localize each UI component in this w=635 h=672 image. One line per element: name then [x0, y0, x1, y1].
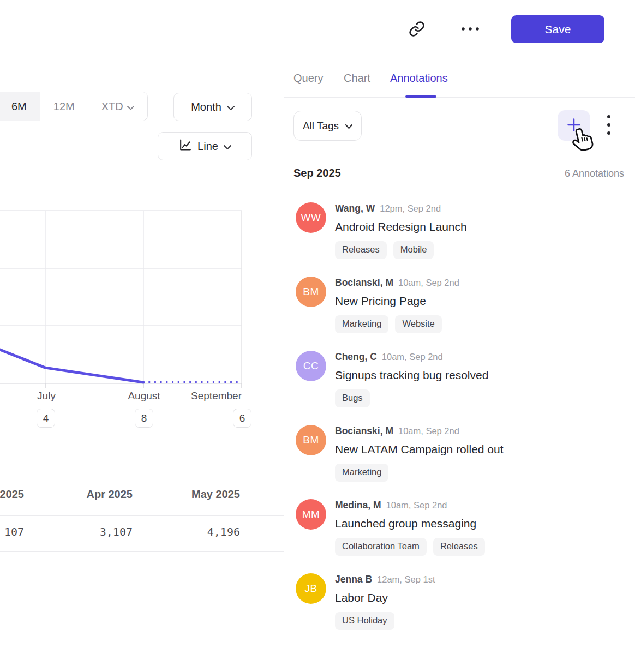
annotation-count-badge[interactable]: 6	[233, 409, 251, 428]
avatar-initials: MM	[302, 508, 320, 520]
tab-query[interactable]: Query	[293, 58, 323, 98]
annotation-content: Wang, W 12pm, Sep 2nd Android Redesign L…	[335, 202, 467, 259]
table-column-header: Apr 2025	[21, 488, 133, 515]
section-month-label: Sep 2025	[293, 167, 341, 179]
x-axis-label: September	[190, 390, 242, 402]
annotation-content: Jenna B 12am, Sep 1st Labor Day US Holid…	[335, 573, 435, 630]
annotation-meta: Bocianski, M 10am, Sep 2nd	[335, 277, 459, 290]
annotation-author: Jenna B	[335, 574, 372, 585]
tag-pill[interactable]: Collaboration Team	[335, 538, 427, 556]
annotation-content: Medina, M 10am, Sep 2nd Launched group m…	[335, 499, 485, 556]
annotation-tags: Collaboration TeamReleases	[335, 538, 485, 556]
annotation-meta: Medina, M 10am, Sep 2nd	[335, 500, 485, 513]
annotation-title: Android Redesign Launch	[335, 217, 467, 236]
avatar: JB	[296, 573, 326, 604]
chevron-down-icon	[127, 100, 134, 113]
annotation-item[interactable]: CC Cheng, C 10am, Sep 2nd Signups tracki…	[296, 351, 628, 407]
tag-filter-dropdown[interactable]: All Tags	[293, 111, 362, 141]
tag-pill[interactable]: US Holiday	[335, 612, 394, 630]
avatar-initials: BM	[303, 286, 319, 298]
share-link-button[interactable]	[406, 20, 428, 39]
x-axis-label: July	[23, 390, 70, 402]
annotation-author: Medina, M	[335, 500, 381, 511]
section-count-label: 6 Annotations	[565, 168, 624, 179]
panel-tabs: Query Chart Annotations	[284, 58, 635, 98]
avatar-initials: WW	[301, 212, 321, 224]
annotation-meta: Cheng, C 10am, Sep 2nd	[335, 351, 488, 364]
annotation-tags: Marketing	[335, 464, 504, 482]
tag-pill[interactable]: Marketing	[335, 464, 388, 482]
tab-annotations[interactable]: Annotations	[390, 58, 448, 98]
tag-pill[interactable]: Bugs	[335, 389, 370, 407]
annotation-timestamp: 10am, Sep 2nd	[382, 352, 443, 362]
annotation-meta: Jenna B 12am, Sep 1st	[335, 574, 435, 587]
annotation-item[interactable]: BM Bocianski, M 10am, Sep 2nd New LATAM …	[296, 425, 628, 482]
ellipsis-icon	[459, 26, 481, 34]
annotation-timestamp: 12am, Sep 1st	[377, 574, 435, 585]
chart-type-dropdown[interactable]: Line	[158, 132, 252, 160]
x-axis-label: August	[121, 390, 167, 402]
kebab-icon	[606, 113, 612, 138]
annotation-tags: ReleasesMobile	[335, 241, 467, 259]
annotation-author: Cheng, C	[335, 351, 377, 363]
chevron-down-icon	[224, 140, 231, 153]
avatar-initials: BM	[303, 434, 319, 446]
annotation-item[interactable]: JB Jenna B 12am, Sep 1st Labor Day US Ho…	[296, 573, 628, 630]
annotation-meta: Wang, W 12pm, Sep 2nd	[335, 203, 467, 216]
annotation-count-badge[interactable]: 4	[37, 409, 55, 428]
annotation-author: Bocianski, M	[335, 277, 393, 289]
annotation-timestamp: 12pm, Sep 2nd	[380, 203, 441, 214]
annotation-title: Signups tracking bug resolved	[335, 365, 488, 385]
annotation-content: Cheng, C 10am, Sep 2nd Signups tracking …	[335, 351, 488, 407]
app-window: Save 6M 12M XTD Month	[0, 0, 635, 672]
range-button-xtd[interactable]: XTD	[88, 92, 147, 121]
annotations-panel: Query Chart Annotations All Tags	[284, 58, 635, 672]
annotation-timestamp: 10am, Sep 2nd	[398, 426, 459, 436]
tag-pill[interactable]: Releases	[335, 241, 387, 259]
annotation-count-badge[interactable]: 8	[135, 409, 153, 428]
tag-pill[interactable]: Marketing	[335, 315, 388, 333]
avatar: MM	[296, 499, 326, 530]
avatar-initials: CC	[303, 360, 319, 372]
annotation-title: Launched group messaging	[335, 514, 485, 533]
annotations-menu-button[interactable]	[600, 112, 618, 139]
table-cell-value: 3,107	[21, 525, 133, 547]
chevron-down-icon	[227, 101, 235, 113]
avatar-initials: JB	[304, 583, 317, 595]
granularity-dropdown[interactable]: Month	[173, 93, 252, 121]
chart-panel: 6M 12M XTD Month Line	[0, 58, 284, 672]
chart-line-solid	[0, 350, 143, 382]
table-column-header: May 2025	[129, 488, 240, 515]
annotations-section-header: Sep 2025 6 Annotations	[284, 167, 635, 183]
range-button-6m[interactable]: 6M	[0, 92, 40, 121]
tag-pill[interactable]: Releases	[433, 538, 485, 556]
link-icon	[409, 21, 425, 39]
save-button[interactable]: Save	[511, 15, 604, 43]
range-button-12m[interactable]: 12M	[40, 92, 88, 121]
annotation-content: Bocianski, M 10am, Sep 2nd New Pricing P…	[335, 277, 459, 333]
add-annotation-button[interactable]	[558, 110, 590, 141]
annotation-author: Wang, W	[335, 203, 375, 214]
tag-pill[interactable]: Mobile	[393, 241, 434, 259]
annotation-tags: Bugs	[335, 389, 488, 407]
annotation-author: Bocianski, M	[335, 425, 393, 437]
tab-chart[interactable]: Chart	[344, 58, 370, 98]
header-divider	[499, 17, 499, 41]
top-header: Save	[0, 0, 635, 58]
annotation-item[interactable]: MM Medina, M 10am, Sep 2nd Launched grou…	[296, 499, 628, 556]
table-cell-value: 4,196	[129, 525, 240, 547]
annotation-tags: US Holiday	[335, 612, 435, 630]
annotation-content: Bocianski, M 10am, Sep 2nd New LATAM Cam…	[335, 425, 504, 482]
avatar: CC	[296, 351, 326, 381]
annotation-list: WW Wang, W 12pm, Sep 2nd Android Redesig…	[296, 202, 628, 647]
table-divider	[0, 551, 284, 552]
annotation-item[interactable]: WW Wang, W 12pm, Sep 2nd Android Redesig…	[296, 202, 628, 259]
plus-icon	[566, 117, 582, 134]
annotation-title: New LATAM Campaign rolled out	[335, 440, 504, 459]
avatar: WW	[296, 202, 326, 233]
tag-pill[interactable]: Website	[395, 315, 441, 333]
table-column-header: 2025	[0, 488, 24, 515]
more-options-button[interactable]	[457, 21, 483, 38]
table-cell-value: 107	[0, 525, 24, 547]
annotation-item[interactable]: BM Bocianski, M 10am, Sep 2nd New Pricin…	[296, 277, 628, 333]
